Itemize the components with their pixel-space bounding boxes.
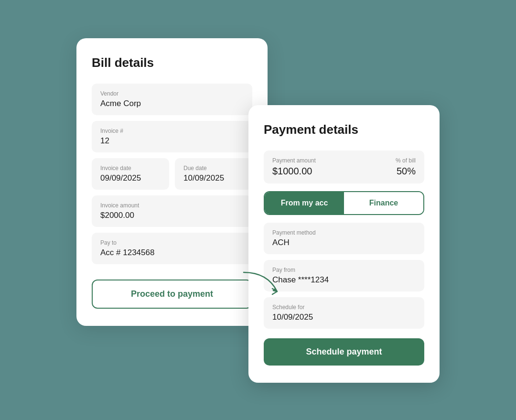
invoice-label: Invoice # bbox=[100, 128, 244, 134]
due-date-field: Due date 10/09/2025 bbox=[175, 158, 252, 190]
pay-to-label: Pay to bbox=[100, 239, 244, 246]
vendor-field: Vendor Acme Corp bbox=[92, 84, 252, 115]
payment-card-title: Payment details bbox=[264, 122, 424, 137]
payment-amount-left: Payment amount $1000.00 bbox=[272, 157, 316, 177]
schedule-for-value: 10/09/2025 bbox=[272, 312, 416, 322]
pay-to-value: Acc # 1234568 bbox=[100, 248, 244, 258]
payment-tabs: From my acc Finance bbox=[264, 191, 424, 215]
invoice-date-label: Invoice date bbox=[100, 165, 161, 172]
invoice-amount-field: Invoice amount $2000.00 bbox=[92, 195, 252, 227]
arrow-connector bbox=[239, 268, 296, 306]
pay-to-field: Pay to Acc # 1234568 bbox=[92, 233, 252, 264]
percent-value: 50% bbox=[396, 166, 416, 177]
tab-finance[interactable]: Finance bbox=[344, 192, 423, 214]
invoice-date-field: Invoice date 09/09/2025 bbox=[92, 158, 169, 190]
payment-method-field: Payment method ACH bbox=[264, 223, 424, 254]
payment-amount-right: % of bill 50% bbox=[396, 157, 416, 177]
tab-from-my-acc[interactable]: From my acc bbox=[265, 192, 344, 214]
bill-card-title: Bill details bbox=[92, 55, 252, 70]
payment-method-value: ACH bbox=[272, 238, 416, 248]
payment-amount-value: $1000.00 bbox=[272, 166, 316, 177]
date-fields-row: Invoice date 09/09/2025 Due date 10/09/2… bbox=[92, 158, 252, 190]
invoice-amount-value: $2000.00 bbox=[100, 211, 244, 220]
due-date-label: Due date bbox=[183, 165, 244, 172]
payment-amount-label: Payment amount bbox=[272, 157, 316, 164]
invoice-date-value: 09/09/2025 bbox=[100, 173, 161, 183]
due-date-value: 10/09/2025 bbox=[183, 173, 244, 183]
schedule-payment-button[interactable]: Schedule payment bbox=[264, 338, 424, 366]
payment-details-card: Payment details Payment amount $1000.00 … bbox=[248, 105, 440, 383]
percent-label: % of bill bbox=[396, 157, 416, 164]
cards-container: Bill details Vendor Acme Corp Invoice # … bbox=[76, 38, 440, 382]
vendor-value: Acme Corp bbox=[100, 99, 244, 108]
payment-amount-row: Payment amount $1000.00 % of bill 50% bbox=[264, 151, 424, 183]
payment-method-label: Payment method bbox=[272, 229, 416, 236]
vendor-label: Vendor bbox=[100, 90, 244, 97]
proceed-to-payment-button[interactable]: Proceed to payment bbox=[92, 280, 252, 309]
invoice-value: 12 bbox=[100, 136, 244, 146]
invoice-field: Invoice # 12 bbox=[92, 121, 252, 152]
invoice-amount-label: Invoice amount bbox=[100, 202, 244, 209]
